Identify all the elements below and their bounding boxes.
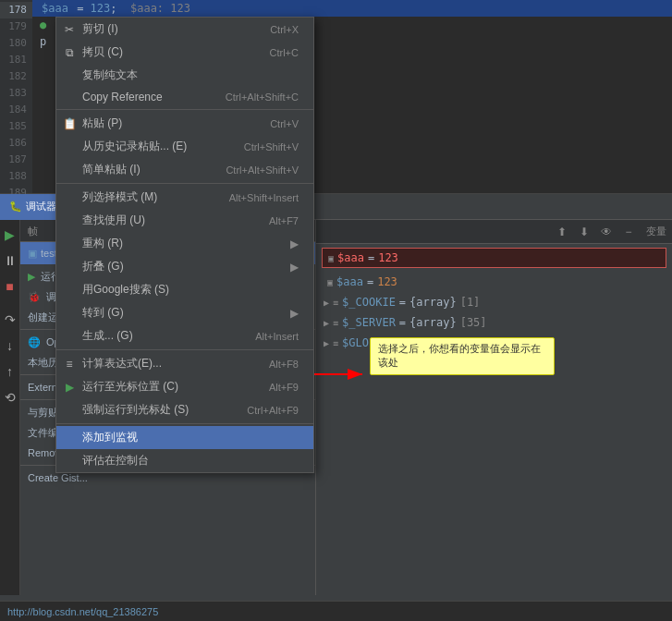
run-cursor-icon: ▶ (62, 380, 77, 395)
menu-sep-4 (56, 423, 313, 424)
line-num-184: 184 (0, 102, 32, 118)
menu-column-select[interactable]: 列选择模式 (M) Alt+Shift+Insert (56, 186, 313, 209)
context-menu[interactable]: ✂ 剪切 (I) Ctrl+X ⧉ 拷贝 (C) Ctrl+C 复制纯文本 Co… (55, 17, 314, 473)
php-file-icon: ▣ (28, 248, 37, 260)
variables-content: ▣ $aaa = 123 ▣ $aaa = 123 ▶ ≡ $_COOKIE =… (316, 244, 672, 595)
menu-paste-history[interactable]: 从历史记录粘贴... (E) Ctrl+Shift+V (56, 135, 313, 158)
line-num-179: 179 (0, 18, 32, 35)
debug-step-into-btn[interactable]: ↓ (0, 335, 23, 357)
var-array-icon: ≡ (333, 318, 338, 328)
menu-refactor[interactable]: 重构 (R) ▶ (56, 232, 313, 255)
var-up-btn[interactable]: ⬆ (552, 223, 572, 241)
watermark-bar: http://blog.csdn.net/qq_21386275 (0, 601, 672, 621)
menu-sep-1 (56, 109, 313, 110)
menu-force-run[interactable]: 强制运行到光标处 (S) Ctrl+Alt+F9 (56, 398, 313, 421)
globe-icon: 🌐 (28, 332, 41, 352)
copy-icon: ⧉ (62, 45, 77, 60)
var-row-aaa-selected[interactable]: ▣ $aaa = 123 (322, 248, 666, 268)
variables-panel: ⬆ ⬇ 👁 − 变量 ▣ $aaa = 123 ▣ $aaa = 123 (316, 220, 672, 595)
scissors-icon: ✂ (62, 22, 77, 37)
menu-google[interactable]: 用Google搜索 (S) (56, 278, 313, 301)
var-array-icon: ≡ (333, 298, 338, 308)
annotation-text: 选择之后，你想看的变量值会显示在该处 (378, 343, 541, 368)
expand-arrow-icon: ▶ (324, 318, 329, 328)
menu-copy-ref[interactable]: Copy Reference Ctrl+Alt+Shift+C (56, 87, 313, 107)
var-icon: ▣ (328, 253, 334, 263)
calc-icon: ≡ (62, 357, 77, 371)
menu-find-usage[interactable]: 查找使用 (U) Alt+F7 (56, 209, 313, 232)
menu-goto[interactable]: 转到 (G) ▶ (56, 301, 313, 324)
var-row-server[interactable]: ▶ ≡ $_SERVER = {array} [35] (316, 312, 672, 333)
run-icon: ▶ (28, 266, 35, 286)
variables-header: ⬆ ⬇ 👁 − 变量 (316, 220, 672, 244)
line-num-180: 180 (0, 35, 32, 52)
var-down-btn[interactable]: ⬇ (574, 223, 594, 241)
debug-stop-btn[interactable]: ■ (0, 275, 23, 298)
var-minus-btn[interactable]: − (618, 223, 639, 241)
debug-step-over-btn[interactable]: ↷ (0, 309, 23, 331)
menu-copy-plain[interactable]: 复制纯文本 (56, 64, 313, 87)
menu-generate[interactable]: 生成... (G) Alt+Insert (56, 324, 313, 347)
watermark-text: http://blog.csdn.net/qq_21386275 (7, 606, 158, 617)
var-row-aaa-normal[interactable]: ▣ $aaa = 123 (316, 272, 672, 292)
menu-fold[interactable]: 折叠 (G) ▶ (56, 255, 313, 278)
menu-cut[interactable]: ✂ 剪切 (I) Ctrl+X (56, 18, 313, 41)
expand-arrow-icon: ▶ (324, 298, 329, 308)
menu-paste-simple[interactable]: 简单粘贴 (I) Ctrl+Alt+Shift+V (56, 158, 313, 181)
debug-pause-btn[interactable]: ⏸ (0, 250, 23, 272)
debug-icon: 🐞 (28, 286, 41, 307)
annotation-box: 选择之后，你想看的变量值会显示在该处 (370, 337, 555, 375)
variables-title: 变量 (646, 225, 666, 238)
code-line-178[interactable]: $aaa = 123 ; $aaa: 123 (32, 0, 672, 17)
line-num-183: 183 (0, 85, 32, 102)
debug-sidebar: ▶ ⏸ ■ ↷ ↓ ↑ ⟲ (0, 220, 20, 595)
arrow-icon: ▶ (290, 307, 299, 320)
line-num-182: 182 (0, 68, 32, 85)
expand-arrow-icon: ▶ (324, 338, 329, 348)
line-num-187: 187 (0, 152, 32, 168)
debug-step-out-btn[interactable]: ↑ (0, 360, 23, 383)
line-num-181: 181 (0, 52, 32, 68)
menu-copy[interactable]: ⧉ 拷贝 (C) Ctrl+C (56, 41, 313, 64)
arrow-icon: ▶ (290, 261, 299, 274)
code-variable: $aaa (40, 0, 70, 17)
paste-icon: 📋 (62, 116, 77, 131)
annotation-arrow (314, 365, 370, 384)
var-array-icon: ≡ (333, 338, 338, 348)
debug-resume-btn[interactable]: ▶ (0, 224, 23, 246)
line-num-178: 178 (0, 2, 32, 18)
line-numbers: 178 179 180 181 182 183 184 185 186 187 … (0, 0, 32, 193)
debug-rerun-btn[interactable]: ⟲ (0, 386, 23, 408)
menu-eval-console[interactable]: 评估在控制台 (56, 449, 313, 472)
var-icon: ▣ (327, 277, 333, 287)
line-num-185: 185 (0, 118, 32, 135)
var-watch-btn[interactable]: 👁 (596, 223, 617, 241)
line-num-188: 188 (0, 168, 32, 185)
menu-add-watch[interactable]: 添加到监视 (56, 426, 313, 449)
line-num-186: 186 (0, 135, 32, 152)
menu-evaluate[interactable]: ≡ 计算表达式(E)... Alt+F8 (56, 352, 313, 375)
menu-run-cursor[interactable]: ▶ 运行至光标位置 (C) Alt+F9 (56, 375, 313, 398)
breakpoint-icon: ● (40, 17, 46, 33)
var-row-cookie[interactable]: ▶ ≡ $_COOKIE = {array} [1] (316, 292, 672, 312)
menu-paste[interactable]: 📋 粘贴 (P) Ctrl+V (56, 112, 313, 135)
menu-sep-3 (56, 349, 313, 350)
arrow-icon: ▶ (290, 237, 299, 250)
annotation-container: 选择之后，你想看的变量值会显示在该处 (370, 337, 555, 375)
menu-sep-2 (56, 183, 313, 184)
bug-icon: 🐛 (9, 201, 22, 213)
